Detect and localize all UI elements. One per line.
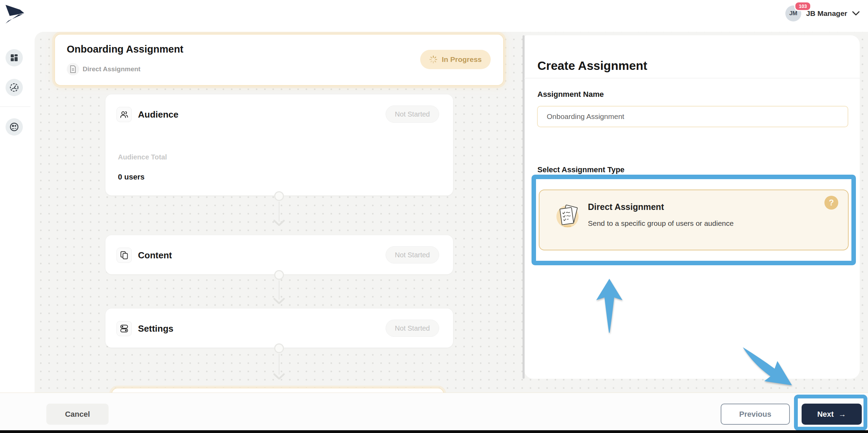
assignment-name-input[interactable] <box>537 106 848 127</box>
document-icon <box>67 63 79 75</box>
chevron-down-icon[interactable] <box>852 11 860 16</box>
type-option-title: Direct Assignment <box>588 202 664 212</box>
connector-arrow-icon <box>273 297 285 305</box>
annotation-arrow-diagonal-icon <box>740 344 795 388</box>
dashboard-icon <box>10 54 18 62</box>
step-status-badge: Not Started <box>386 105 439 123</box>
assignment-title: Onboarding Assignment <box>67 44 183 55</box>
user-menu[interactable]: JM 103 JB Manager <box>785 6 860 21</box>
settings-icon <box>117 321 132 336</box>
panel-title: Create Assignment <box>537 59 647 73</box>
panel-scrollbar[interactable] <box>523 35 525 379</box>
audience-total-label: Audience Total <box>118 153 167 161</box>
connector-node <box>274 191 284 201</box>
sidebar-item-gauge[interactable] <box>6 79 23 96</box>
assignment-name-label: Assignment Name <box>537 90 604 99</box>
audience-total-value: 0 users <box>118 173 145 182</box>
step-title: Content <box>138 250 172 261</box>
user-name: JB Manager <box>806 9 847 18</box>
bottom-strip <box>0 430 868 433</box>
cancel-button[interactable]: Cancel <box>46 404 109 425</box>
step-card-settings[interactable]: Settings Not Started <box>105 308 453 348</box>
step-title: Settings <box>138 323 174 334</box>
arrow-right-icon: → <box>839 410 846 419</box>
connector-line <box>279 354 279 375</box>
next-button-label: Next <box>817 410 834 419</box>
avatar[interactable]: JM 103 <box>785 6 801 21</box>
type-option-description: Send to a specific group of users or aud… <box>588 219 733 228</box>
sidebar-divider <box>0 107 30 107</box>
annotation-arrow-up-icon <box>592 277 627 335</box>
status-badge-label: In Progress <box>442 55 482 64</box>
next-button[interactable]: Next → <box>802 404 862 425</box>
content-icon <box>117 248 132 263</box>
sidebar <box>0 32 35 433</box>
step-title: Audience <box>138 109 178 120</box>
notification-badge: 103 <box>794 1 811 11</box>
audience-icon <box>117 107 132 122</box>
top-bar: JM 103 JB Manager <box>0 0 868 32</box>
connector-node <box>274 270 284 280</box>
status-badge-in-progress: In Progress <box>420 50 491 69</box>
step-status-badge: Not Started <box>386 320 439 337</box>
assignment-type-label: Select Assignment Type <box>537 165 625 174</box>
step-card-audience[interactable]: Audience Not Started Audience Total 0 us… <box>105 94 453 195</box>
step-status-badge: Not Started <box>386 246 439 264</box>
brand-logo-icon <box>5 3 26 24</box>
step-card-content[interactable]: Content Not Started <box>105 235 453 274</box>
connector-line <box>279 280 279 300</box>
sidebar-item-dashboard[interactable] <box>6 49 23 66</box>
people-icon <box>10 122 19 131</box>
footer-bar: Cancel Previous Next → <box>0 393 868 430</box>
connector-arrow-icon <box>273 373 285 380</box>
app-root: JM 103 JB Manager <box>0 0 868 433</box>
papers-illustration-icon <box>555 203 580 228</box>
help-icon[interactable]: ? <box>824 196 838 210</box>
assignment-header-card: Onboarding Assignment Direct Assignment <box>54 34 504 86</box>
connector-node <box>274 343 284 353</box>
sidebar-item-people[interactable] <box>6 118 23 136</box>
type-option-direct-assignment[interactable]: Direct Assignment Send to a specific gro… <box>539 190 849 250</box>
gauge-icon <box>10 83 19 92</box>
connector-line <box>279 202 279 222</box>
previous-button[interactable]: Previous <box>721 404 790 425</box>
spinner-icon <box>429 55 437 64</box>
connector-arrow-icon <box>273 219 285 227</box>
panel-divider <box>524 78 860 79</box>
assignment-subtitle: Direct Assignment <box>83 65 140 73</box>
